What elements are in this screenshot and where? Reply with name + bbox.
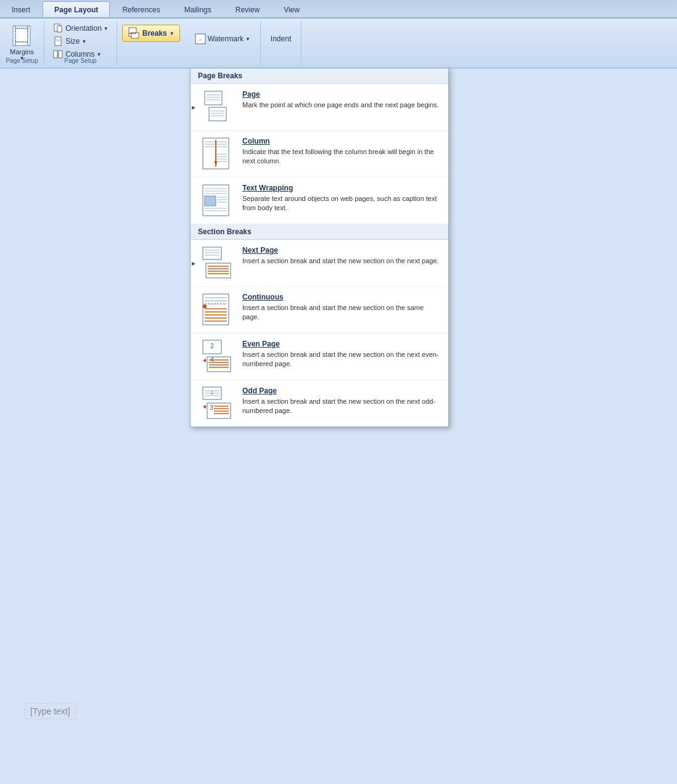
odd-page-item-title: Odd Page [242, 386, 441, 395]
type-text-placeholder[interactable]: [Type text] [25, 703, 76, 719]
continuous-item-title: Continuous [242, 293, 441, 301]
orientation-icon [52, 23, 64, 33]
ribbon-group-page: Orientation ▼ Size ▼ [44, 21, 117, 65]
dropdown-item-text-wrapping[interactable]: Text Wrapping Separate text around objec… [191, 178, 448, 224]
ribbon-group-breaks: Breaks ▼ [117, 21, 185, 65]
text-wrapping-item-text: Text Wrapping Separate text around objec… [242, 184, 441, 213]
dropdown-item-continuous[interactable]: Continuous Insert a section break and st… [191, 287, 448, 333]
next-page-item-title: Next Page [242, 246, 441, 255]
svg-rect-18 [205, 91, 222, 105]
column-item-desc: Indicate that the text following the col… [242, 147, 441, 166]
even-page-item-text: Even Page Insert a section break and sta… [242, 340, 441, 369]
svg-text:3: 3 [210, 404, 213, 411]
ribbon: Insert Page Layout References Mailings R… [0, 0, 677, 68]
continuous-item-text: Continuous Insert a section break and st… [242, 293, 441, 322]
dropdown-item-even-page[interactable]: 2 4 Even Page Insert a section break and… [191, 333, 448, 380]
text-wrapping-icon [198, 184, 235, 218]
svg-text:1: 1 [210, 390, 213, 396]
breaks-arrow: ▼ [170, 31, 174, 36]
ribbon-content: Margins ▼ Page Setup Or [0, 18, 677, 68]
svg-text:A: A [198, 37, 202, 43]
tab-bar: Insert Page Layout References Mailings R… [0, 0, 677, 18]
continuous-item-desc: Insert a section break and start the new… [242, 303, 441, 322]
svg-point-62 [203, 304, 207, 308]
margins-icon [11, 25, 33, 47]
page-options-group: Orientation ▼ Size ▼ [49, 22, 112, 62]
size-button[interactable]: Size ▼ [49, 35, 112, 47]
svg-marker-71 [203, 359, 206, 362]
orientation-label: Orientation [65, 24, 102, 33]
svg-rect-8 [55, 37, 61, 46]
watermark-icon: A [195, 33, 206, 44]
svg-rect-19 [209, 107, 226, 121]
tab-insert[interactable]: Insert [0, 1, 42, 17]
column-item-title: Column [242, 137, 441, 145]
watermark-label: Watermark [208, 35, 244, 43]
even-page-item-title: Even Page [242, 340, 441, 348]
size-icon [52, 36, 64, 46]
svg-rect-43 [205, 196, 216, 206]
dropdown-item-page[interactable]: Page Mark the point at which one page en… [191, 84, 448, 131]
page-setup-label: Page Setup [0, 57, 44, 64]
ribbon-group-watermark: A Watermark ▼ [185, 21, 261, 65]
svg-text:4: 4 [210, 356, 214, 363]
breaks-icon [128, 27, 140, 39]
page-break-icon [198, 90, 235, 124]
margins-label: Margins [10, 48, 34, 55]
breaks-label: Breaks [142, 29, 167, 38]
even-page-item-desc: Insert a section break and start the new… [242, 350, 441, 369]
page-item-desc: Mark the point at which one page ends an… [242, 100, 441, 110]
orientation-button[interactable]: Orientation ▼ [49, 22, 112, 35]
tab-references[interactable]: References [110, 1, 171, 17]
column-item-text: Column Indicate that the text following … [242, 137, 441, 166]
text-wrapping-item-title: Text Wrapping [242, 184, 441, 192]
ribbon-group-indent: Indent [261, 21, 302, 65]
tab-view[interactable]: View [272, 1, 311, 17]
columns-arrow: ▼ [96, 52, 101, 57]
ribbon-group-margins: Margins ▼ Page Setup [0, 21, 44, 65]
tab-page-layout[interactable]: Page Layout [43, 1, 110, 17]
breaks-dropdown: Page Breaks Page Mark the point at which… [190, 68, 449, 427]
page-item-title: Page [242, 90, 441, 99]
breaks-button[interactable]: Breaks ▼ [122, 25, 180, 42]
section-breaks-header: Section Breaks [191, 224, 448, 240]
odd-page-icon: 1 3 [198, 386, 235, 420]
svg-marker-83 [203, 405, 206, 409]
column-break-icon [198, 137, 235, 171]
dropdown-item-odd-page[interactable]: 1 3 Odd Page Insert a section break and … [191, 380, 448, 427]
page-item-text: Page Mark the point at which one page en… [242, 90, 441, 110]
indent-label: Indent [266, 33, 296, 45]
page-setup-label-2: Page Setup [44, 57, 117, 64]
next-page-item-text: Next Page Insert a section break and sta… [242, 246, 441, 266]
tab-mailings[interactable]: Mailings [173, 1, 223, 17]
odd-page-item-text: Odd Page Insert a section break and star… [242, 386, 441, 416]
page-breaks-header: Page Breaks [191, 68, 448, 84]
svg-text:2: 2 [210, 343, 214, 349]
even-page-icon: 2 4 [198, 340, 235, 374]
text-wrapping-item-desc: Separate text around objects on web page… [242, 194, 441, 213]
odd-page-item-desc: Insert a section break and start the new… [242, 397, 441, 416]
next-page-item-desc: Insert a section break and start the new… [242, 256, 441, 266]
orientation-arrow: ▼ [104, 26, 109, 31]
dropdown-item-next-page[interactable]: Next Page Insert a section break and sta… [191, 240, 448, 287]
continuous-icon [198, 293, 235, 327]
watermark-button[interactable]: A Watermark ▼ [190, 31, 255, 46]
watermark-arrow: ▼ [245, 36, 250, 42]
svg-rect-49 [203, 247, 221, 259]
size-label: Size [65, 37, 80, 46]
size-arrow: ▼ [81, 39, 86, 44]
dropdown-item-column[interactable]: Column Indicate that the text following … [191, 131, 448, 178]
tab-review[interactable]: Review [224, 1, 271, 17]
svg-rect-7 [57, 26, 62, 32]
next-page-icon [198, 246, 235, 280]
